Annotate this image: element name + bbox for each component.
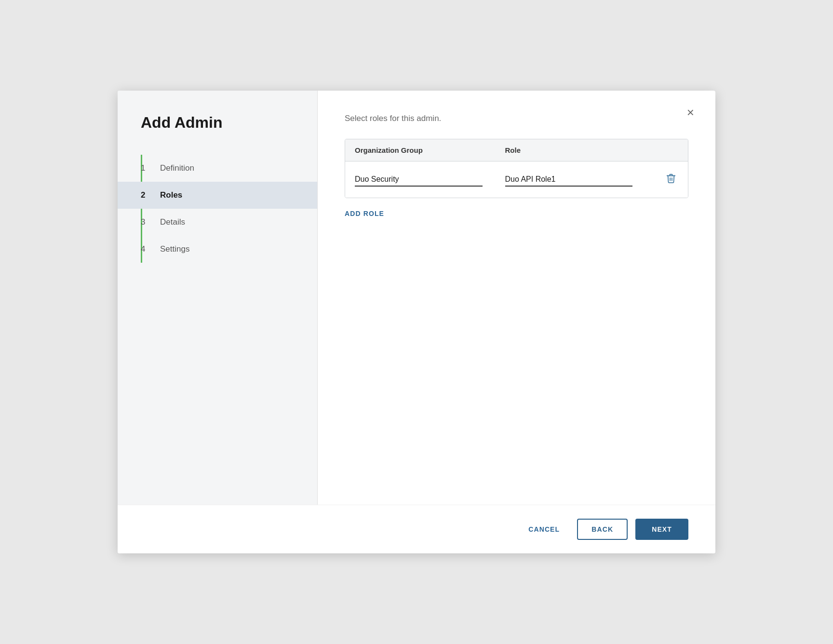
col-header-role: Role <box>505 146 656 154</box>
step-item-roles[interactable]: 2 Roles <box>118 182 317 209</box>
instruction-text: Select roles for this admin. <box>345 114 688 123</box>
cell-delete <box>655 171 678 188</box>
table-header: Organization Group Role <box>345 139 688 161</box>
col-header-org-group: Organization Group <box>355 146 505 154</box>
step-number-4: 4 <box>141 244 154 254</box>
dialog-body: Add Admin 1 Definition 2 Roles 3 Details… <box>118 91 715 505</box>
step-number-2: 2 <box>141 190 154 200</box>
steps-list: 1 Definition 2 Roles 3 Details 4 Setting… <box>118 155 317 263</box>
roles-table: Organization Group Role <box>345 139 688 198</box>
step-label-definition: Definition <box>160 163 194 173</box>
cancel-button[interactable]: CANCEL <box>519 520 569 539</box>
step-item-details[interactable]: 3 Details <box>118 209 317 236</box>
right-panel: × Select roles for this admin. Organizat… <box>318 91 715 505</box>
dialog-title: Add Admin <box>118 114 317 132</box>
step-label-roles: Roles <box>160 190 182 200</box>
left-panel: Add Admin 1 Definition 2 Roles 3 Details… <box>118 91 318 505</box>
step-number-1: 1 <box>141 163 154 173</box>
role-input[interactable] <box>505 173 633 187</box>
next-button[interactable]: NEXT <box>635 519 688 540</box>
dialog-footer: CANCEL BACK NEXT <box>118 505 715 553</box>
delete-role-button[interactable] <box>664 171 678 188</box>
org-group-input[interactable] <box>355 173 483 187</box>
cell-role <box>505 173 656 187</box>
step-number-3: 3 <box>141 217 154 227</box>
step-label-settings: Settings <box>160 244 189 254</box>
table-row <box>345 161 688 198</box>
add-admin-dialog: Add Admin 1 Definition 2 Roles 3 Details… <box>118 91 715 553</box>
trash-icon <box>666 173 676 184</box>
step-label-details: Details <box>160 217 185 227</box>
add-role-button[interactable]: ADD ROLE <box>345 210 688 217</box>
step-item-settings[interactable]: 4 Settings <box>118 236 317 263</box>
back-button[interactable]: BACK <box>577 519 628 540</box>
step-item-definition[interactable]: 1 Definition <box>118 155 317 182</box>
cell-org-group <box>355 173 505 187</box>
close-button[interactable]: × <box>685 104 696 121</box>
col-header-action <box>655 146 678 154</box>
